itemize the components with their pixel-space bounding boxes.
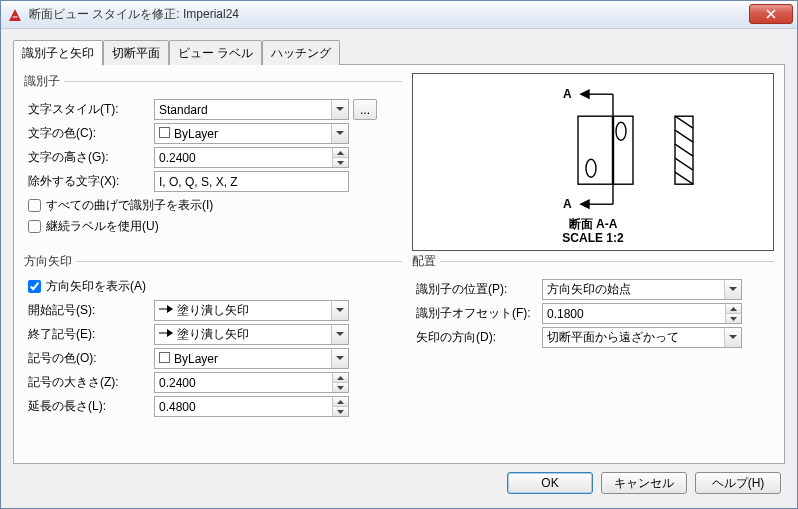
placement-legend: 配置 <box>412 253 440 270</box>
id-offset-label: 識別子オフセット(F): <box>412 305 542 322</box>
dialog-button-row: OK キャンセル ヘルプ(H) <box>13 464 785 502</box>
filled-arrow-icon <box>159 304 173 314</box>
text-style-label: 文字スタイル(T): <box>24 101 154 118</box>
spin-up-icon[interactable] <box>333 373 348 383</box>
titlebar: 断面ビュー スタイルを修正: Imperial24 <box>1 1 797 29</box>
end-symbol-label: 終了記号(E): <box>24 326 154 343</box>
svg-point-5 <box>586 159 596 177</box>
chevron-down-icon <box>724 280 741 299</box>
start-symbol-label: 開始記号(S): <box>24 302 154 319</box>
use-continuation-label-checkbox[interactable]: 継続ラベルを使用(U) <box>24 216 402 237</box>
spin-up-icon[interactable] <box>333 397 348 407</box>
extension-length-spinner[interactable]: 0.4800 <box>154 396 349 417</box>
svg-line-10 <box>675 130 693 142</box>
preview-label-a-top: A <box>563 87 572 101</box>
dialog-window: 断面ビュー スタイルを修正: Imperial24 識別子と矢印 切断平面 ビュ… <box>0 0 798 509</box>
symbol-color-dropdown[interactable]: ByLayer <box>154 348 349 369</box>
end-symbol-dropdown[interactable]: 塗り潰し矢印 <box>154 324 349 345</box>
arrow-direction-label: 矢印の方向(D): <box>412 329 542 346</box>
dialog-title: 断面ビュー スタイルを修正: Imperial24 <box>29 6 749 23</box>
spin-down-icon[interactable] <box>726 314 741 323</box>
text-style-dropdown[interactable]: Standard <box>154 99 349 120</box>
chevron-down-icon <box>331 124 348 143</box>
filled-arrow-icon <box>159 328 173 338</box>
symbol-size-label: 記号の大きさ(Z): <box>24 374 154 391</box>
chevron-down-icon <box>331 349 348 368</box>
preview-caption-1: 断面 A-A <box>562 218 623 232</box>
arrow-direction-dropdown[interactable]: 切断平面から遠ざかって <box>542 327 742 348</box>
preview-caption-2: SCALE 1:2 <box>562 232 623 246</box>
show-at-bends-checkbox[interactable]: すべての曲げで識別子を表示(I) <box>24 195 402 216</box>
swatch-icon <box>159 127 170 138</box>
svg-line-13 <box>675 172 693 184</box>
app-icon <box>7 7 23 23</box>
svg-line-11 <box>675 144 693 156</box>
tab-identifier-arrows[interactable]: 識別子と矢印 <box>13 40 103 66</box>
direction-arrows-group: 方向矢印 方向矢印を表示(A) 開始記号(S): 塗り潰し矢印 終了記号(E):… <box>24 253 402 424</box>
show-direction-arrows-checkbox[interactable]: 方向矢印を表示(A) <box>24 276 402 297</box>
chevron-down-icon <box>331 100 348 119</box>
spin-down-icon[interactable] <box>333 383 348 392</box>
text-color-dropdown[interactable]: ByLayer <box>154 123 349 144</box>
close-button[interactable] <box>749 4 793 24</box>
placement-group: 配置 識別子の位置(P): 方向矢印の始点 識別子オフセット(F): 0.180… <box>412 253 774 355</box>
text-style-more-button[interactable]: ... <box>353 99 377 120</box>
symbol-size-spinner[interactable]: 0.2400 <box>154 372 349 393</box>
chevron-down-icon <box>724 328 741 347</box>
tab-bar: 識別子と矢印 切断平面 ビュー ラベル ハッチング <box>13 39 785 64</box>
text-color-label: 文字の色(C): <box>24 125 154 142</box>
tab-hatching[interactable]: ハッチング <box>262 40 340 65</box>
identifier-group: 識別子 文字スタイル(T): Standard ... <box>24 73 402 241</box>
extension-length-label: 延長の長さ(L): <box>24 398 154 415</box>
spin-down-icon[interactable] <box>333 158 348 167</box>
svg-line-9 <box>675 116 693 128</box>
exclude-chars-label: 除外する文字(X): <box>24 173 154 190</box>
spin-up-icon[interactable] <box>333 148 348 158</box>
tab-cutting-plane[interactable]: 切断平面 <box>103 40 169 65</box>
chevron-down-icon <box>331 325 348 344</box>
text-height-spinner[interactable]: 0.2400 <box>154 147 349 168</box>
preview-label-a-bot: A <box>563 197 572 211</box>
tab-panel: 識別子 文字スタイル(T): Standard ... <box>13 64 785 464</box>
cancel-button[interactable]: キャンセル <box>601 472 687 494</box>
symbol-color-label: 記号の色(O): <box>24 350 154 367</box>
svg-line-12 <box>675 158 693 170</box>
start-symbol-dropdown[interactable]: 塗り潰し矢印 <box>154 300 349 321</box>
ok-button[interactable]: OK <box>507 472 593 494</box>
tab-view-label[interactable]: ビュー ラベル <box>169 40 262 65</box>
content-area: 識別子と矢印 切断平面 ビュー ラベル ハッチング 識別子 文字スタイル(T):… <box>1 29 797 508</box>
id-position-label: 識別子の位置(P): <box>412 281 542 298</box>
identifier-legend: 識別子 <box>24 73 64 90</box>
chevron-down-icon <box>331 301 348 320</box>
direction-arrows-legend: 方向矢印 <box>24 253 76 270</box>
preview-pane: A <box>412 73 774 251</box>
help-button[interactable]: ヘルプ(H) <box>695 472 781 494</box>
text-height-label: 文字の高さ(G): <box>24 149 154 166</box>
id-offset-spinner[interactable]: 0.1800 <box>542 303 742 324</box>
swatch-icon <box>159 352 170 363</box>
svg-point-4 <box>616 122 626 140</box>
spin-up-icon[interactable] <box>726 304 741 314</box>
exclude-chars-input[interactable] <box>154 171 349 192</box>
spin-down-icon[interactable] <box>333 407 348 416</box>
id-position-dropdown[interactable]: 方向矢印の始点 <box>542 279 742 300</box>
